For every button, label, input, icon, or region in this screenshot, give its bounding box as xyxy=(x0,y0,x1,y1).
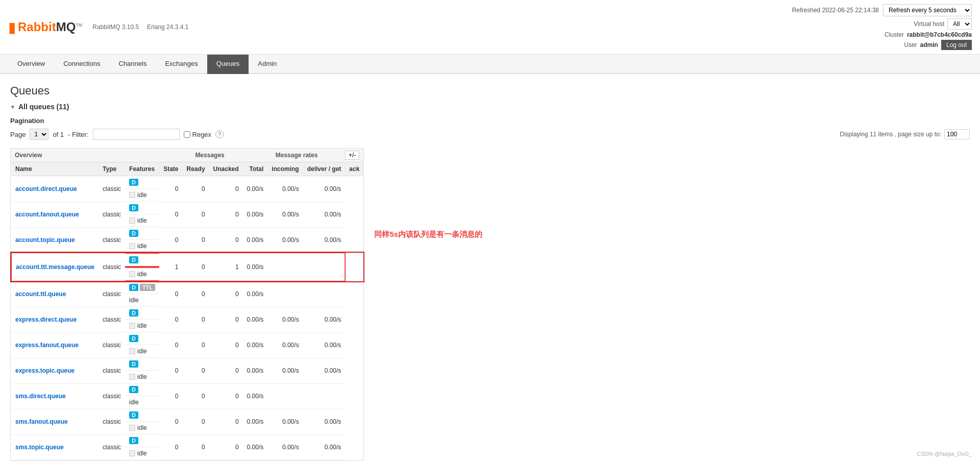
regex-checkbox[interactable] xyxy=(184,131,190,138)
nav-item-channels[interactable]: Channels xyxy=(109,55,156,74)
nav-item-overview[interactable]: Overview xyxy=(8,55,54,74)
durable-badge[interactable]: D xyxy=(129,335,138,342)
queue-ack-cell: 0.00/s xyxy=(303,409,346,434)
queue-incoming-cell: 0.00/s xyxy=(243,434,268,460)
queue-total-cell: 1 xyxy=(209,253,243,281)
nav-item-admin[interactable]: Admin xyxy=(249,55,286,74)
cluster-row: Cluster rabbit@b7cb4c60cd9a xyxy=(792,31,972,38)
durable-badge[interactable]: D xyxy=(129,309,138,317)
ttl-badge[interactable]: TTL xyxy=(140,284,155,291)
nav-item-connections[interactable]: Connections xyxy=(54,55,109,74)
queue-ack-cell: 0.00/s xyxy=(303,227,346,253)
queue-features-cell: D xyxy=(125,434,159,447)
durable-badge[interactable]: D xyxy=(129,230,138,237)
display-info-text: Displaying 11 items , page size up to: xyxy=(840,131,941,138)
page-title: Queues xyxy=(10,84,970,98)
refresh-select[interactable]: Refresh every 5 seconds No refresh Refre… xyxy=(883,4,972,16)
table-row: sms.direct.queueclassicDidle0000.00/s xyxy=(11,383,363,409)
queue-name-link[interactable]: sms.topic.queue xyxy=(15,444,64,451)
regex-help-icon[interactable]: ? xyxy=(215,130,224,138)
durable-badge[interactable]: D xyxy=(129,386,138,393)
col-state: State xyxy=(159,162,182,176)
durable-badge[interactable]: D xyxy=(129,256,138,263)
filter-input[interactable] xyxy=(93,129,180,140)
table-row: account.direct.queueclassicDidle0000.00/… xyxy=(11,176,363,202)
logo-text: RabbitMQTM xyxy=(18,20,82,34)
queue-ack-cell xyxy=(303,281,346,307)
queue-type-cell: classic xyxy=(99,202,125,227)
pagination-row: Page 1 of 1 - Filter: Regex ? Displaying… xyxy=(10,129,970,140)
queue-name-link[interactable]: sms.fanout.queue xyxy=(15,418,68,425)
table-row: account.ttl.message.queueclassicDidle101… xyxy=(11,253,363,281)
queue-state-cell: idle xyxy=(125,422,159,434)
col-name: Name xyxy=(11,162,99,176)
nav-item-queues[interactable]: Queues xyxy=(207,55,249,74)
queue-total-cell: 0 xyxy=(209,383,243,409)
queue-ready-cell: 0 xyxy=(159,434,182,460)
queue-incoming-cell: 0.00/s xyxy=(243,383,268,409)
rates-section-label: Message rates xyxy=(276,152,318,159)
queue-total-cell: 0 xyxy=(209,307,243,332)
queue-ready-cell: 0 xyxy=(159,307,182,332)
state-checkbox xyxy=(129,425,135,431)
footer-text: CSDN @Naijia_OvO_ xyxy=(917,451,972,457)
queue-incoming-cell: 0.00/s xyxy=(243,307,268,332)
queue-incoming-cell: 0.00/s xyxy=(243,358,268,383)
col-unacked: Unacked xyxy=(209,162,243,176)
queue-ack-cell: 0.00/s xyxy=(303,332,346,358)
state-checkbox xyxy=(129,323,135,329)
queue-name-cell: sms.topic.queue xyxy=(11,434,99,460)
durable-badge[interactable]: D xyxy=(129,437,138,444)
queue-ready-cell: 0 xyxy=(159,332,182,358)
col-ack: ack xyxy=(345,162,363,176)
queue-name-cell: account.ttl.queue xyxy=(11,281,99,307)
queues-table-container: Overview Messages Message rates +/- Name… xyxy=(10,148,364,461)
queue-features-cell: D xyxy=(125,307,159,320)
queue-name-link[interactable]: express.fanout.queue xyxy=(15,342,79,349)
table-row: account.ttl.queueclassicDTTLidle0000.00/… xyxy=(11,281,363,307)
durable-badge[interactable]: D xyxy=(129,179,138,186)
queue-unacked-cell: 0 xyxy=(183,281,209,307)
page-size-input[interactable] xyxy=(944,129,970,139)
state-text: idle xyxy=(137,450,147,457)
nav: Overview Connections Channels Exchanges … xyxy=(0,55,980,74)
state-text: idle xyxy=(137,348,147,355)
header: ▮ RabbitMQTM RabbitMQ 3.10.5 Erlang 24.3… xyxy=(0,0,980,55)
durable-badge[interactable]: D xyxy=(129,360,138,368)
queue-name-link[interactable]: express.direct.queue xyxy=(15,316,77,323)
queue-name-link[interactable]: express.topic.queue xyxy=(15,367,75,374)
rabbit-icon: ▮ xyxy=(8,19,16,36)
durable-badge[interactable]: D xyxy=(129,204,138,211)
queue-name-link[interactable]: account.ttl.message.queue xyxy=(16,263,94,271)
queue-deliver-cell xyxy=(267,253,303,281)
queue-name-link[interactable]: sms.direct.queue xyxy=(15,393,66,400)
queue-name-cell: account.fanout.queue xyxy=(11,202,99,227)
queues-tbody: account.direct.queueclassicDidle0000.00/… xyxy=(11,176,363,460)
queue-type-cell: classic xyxy=(99,434,125,460)
queue-deliver-cell: 0.00/s xyxy=(267,202,303,227)
main-content: Queues ▼ All queues (11) Pagination Page… xyxy=(0,74,980,461)
logout-button[interactable]: Log out xyxy=(941,40,972,50)
queue-state-cell: idle xyxy=(125,240,159,253)
table-row: sms.fanout.queueclassicDidle0000.00/s0.0… xyxy=(11,409,363,434)
state-checkbox xyxy=(129,192,135,198)
queue-name-link[interactable]: account.direct.queue xyxy=(15,185,77,192)
durable-badge[interactable]: D xyxy=(129,284,138,291)
annotation-wrapper: 同样5s内该队列是有一条消息的 xyxy=(364,148,482,239)
table-area: Overview Messages Message rates +/- Name… xyxy=(10,148,970,461)
vhost-select[interactable]: All / xyxy=(947,18,972,30)
queue-name-link[interactable]: account.ttl.queue xyxy=(15,290,66,298)
queue-name-link[interactable]: account.fanout.queue xyxy=(15,211,79,218)
plus-minus-button[interactable]: +/- xyxy=(345,151,359,160)
queue-state-cell: idle xyxy=(125,447,159,460)
queue-name-link[interactable]: account.topic.queue xyxy=(15,236,75,244)
queue-deliver-cell: 0.00/s xyxy=(267,307,303,332)
page-select[interactable]: 1 xyxy=(30,129,48,140)
queue-unacked-cell: 0 xyxy=(183,409,209,434)
erlang-version: Erlang 24.3.4.1 xyxy=(147,23,188,31)
queue-name-cell: account.topic.queue xyxy=(11,227,99,253)
durable-badge[interactable]: D xyxy=(129,411,138,419)
queue-total-cell: 0 xyxy=(209,409,243,434)
nav-item-exchanges[interactable]: Exchanges xyxy=(156,55,207,74)
state-text: idle xyxy=(137,373,147,380)
